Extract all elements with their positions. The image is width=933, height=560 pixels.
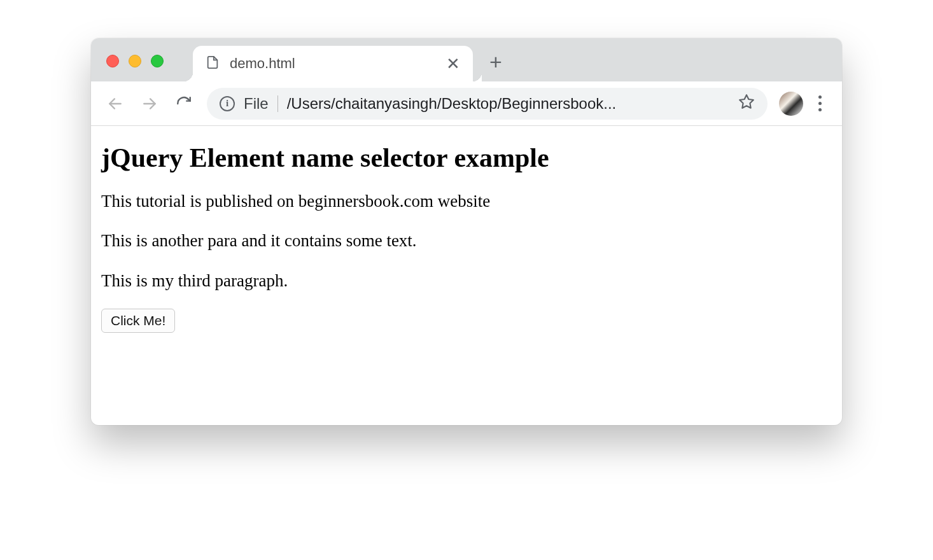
profile-avatar[interactable] — [779, 92, 803, 116]
reload-button[interactable] — [172, 92, 195, 115]
browser-window: demo.html ✕ + i File /Users/chaitanyasin — [91, 38, 842, 425]
window-maximize-button[interactable] — [151, 55, 164, 67]
paragraph-1: This tutorial is published on beginnersb… — [101, 190, 832, 213]
window-controls — [106, 55, 164, 67]
new-tab-button[interactable]: + — [489, 51, 502, 73]
paragraph-3: This is my third paragraph. — [101, 269, 832, 292]
site-info-icon[interactable]: i — [220, 96, 235, 111]
bookmark-star-icon[interactable] — [738, 94, 755, 114]
url-separator — [277, 95, 278, 112]
file-document-icon — [206, 55, 220, 72]
browser-menu-button[interactable] — [815, 92, 825, 115]
close-tab-icon[interactable]: ✕ — [446, 55, 460, 72]
address-bar[interactable]: i File /Users/chaitanyasingh/Desktop/Beg… — [207, 88, 768, 120]
paragraph-2: This is another para and it contains som… — [101, 229, 832, 252]
svg-marker-2 — [740, 95, 754, 108]
page-viewport: jQuery Element name selector example Thi… — [91, 126, 842, 425]
click-me-button[interactable]: Click Me! — [101, 309, 175, 333]
window-minimize-button[interactable] — [129, 55, 141, 67]
browser-tab[interactable]: demo.html ✕ — [193, 46, 473, 81]
tab-strip: demo.html ✕ + — [91, 38, 842, 81]
page-heading: jQuery Element name selector example — [101, 143, 832, 173]
browser-toolbar: i File /Users/chaitanyasingh/Desktop/Beg… — [91, 81, 842, 126]
back-button[interactable] — [104, 92, 127, 115]
forward-button[interactable] — [138, 92, 161, 115]
tab-title: demo.html — [230, 55, 436, 72]
url-path: /Users/chaitanyasingh/Desktop/Beginnersb… — [287, 95, 729, 113]
window-close-button[interactable] — [106, 55, 119, 67]
url-scheme: File — [244, 95, 269, 113]
